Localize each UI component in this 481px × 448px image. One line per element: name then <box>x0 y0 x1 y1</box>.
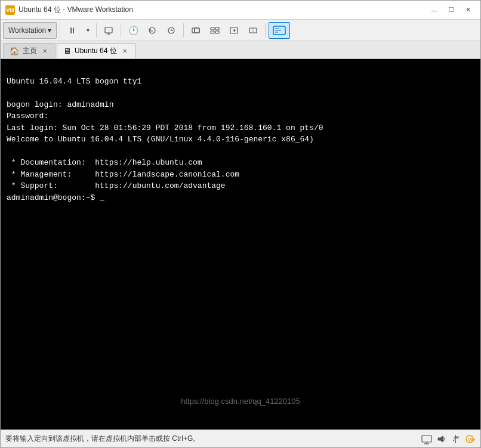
usb-status-icon <box>449 433 461 445</box>
view-auto-button[interactable] <box>225 22 243 39</box>
tab-home[interactable]: 🏠 主页 ✕ <box>3 43 56 58</box>
svg-rect-22 <box>422 435 431 442</box>
status-bar: 要将输入定向到该虚拟机，请在虚拟机内部单击或按 Ctrl+G。 <box>1 430 480 447</box>
terminal-line-11: adminadmin@bogon:~$ _ <box>7 193 104 202</box>
revert-button[interactable] <box>143 22 161 39</box>
send-ctrlaltdel-button[interactable] <box>100 22 118 39</box>
minimize-button[interactable]: — <box>427 4 442 16</box>
tab-ubuntu[interactable]: 🖥 Ubuntu 64 位 ✕ <box>57 43 135 58</box>
tab-home-close[interactable]: ✕ <box>41 47 49 55</box>
terminal-output: Ubuntu 16.04.4 LTS bogon tty1 bogon logi… <box>1 59 480 220</box>
snapshot-manager-button[interactable] <box>162 22 180 39</box>
tab-home-label: 主页 <box>23 46 37 56</box>
view-stretch-button[interactable] <box>244 22 262 39</box>
svg-rect-11 <box>215 27 219 30</box>
terminal-line-6: Welcome to Ubuntu 16.04.4 LTS (GNU/Linux… <box>7 135 314 144</box>
home-tab-icon: 🏠 <box>10 47 19 55</box>
vmtools-status-icon: VM <box>464 433 476 445</box>
toolbar-separator-5 <box>265 23 266 38</box>
svg-rect-12 <box>211 31 214 33</box>
terminal-line-3: bogon login: adminadmin <box>7 100 113 109</box>
close-button[interactable]: ✕ <box>460 4 476 16</box>
status-icon-tray: VM <box>421 433 476 445</box>
app-icon: VM <box>5 5 15 15</box>
network-status-icon <box>421 433 433 445</box>
svg-rect-13 <box>215 31 219 33</box>
workstation-menu-arrow: ▾ <box>48 26 51 35</box>
svg-text:VM: VM <box>468 437 475 443</box>
terminal-line-9: * Management: https://landscape.canonica… <box>7 170 239 179</box>
tab-ubuntu-label: Ubuntu 64 位 <box>75 46 117 56</box>
view-full-button[interactable] <box>187 22 205 39</box>
svg-marker-25 <box>438 436 443 442</box>
view-unity-button[interactable] <box>206 22 224 39</box>
pause-button[interactable]: ⏸ <box>63 22 81 39</box>
workstation-menu-label: Workstation <box>8 26 46 35</box>
main-window: VM Ubuntu 64 位 - VMware Workstation — ☐ … <box>0 0 481 448</box>
window-controls: — ☐ ✕ <box>427 4 476 16</box>
toolbar-separator-2 <box>96 23 97 38</box>
svg-rect-0 <box>105 27 112 33</box>
svg-rect-8 <box>195 28 199 33</box>
terminal-line-1: Ubuntu 16.04.4 LTS bogon tty1 <box>7 77 141 86</box>
toolbar-separator-3 <box>121 23 121 38</box>
sound-status-icon <box>435 433 447 445</box>
svg-rect-28 <box>457 437 458 438</box>
svg-rect-10 <box>211 27 214 30</box>
toolbar-separator-4 <box>183 23 184 38</box>
ubuntu-tab-icon: 🖥 <box>63 47 71 55</box>
window-title: Ubuntu 64 位 - VMware Workstation <box>18 5 427 15</box>
tab-ubuntu-close[interactable]: ✕ <box>121 47 129 55</box>
watermark-text: https://blog.csdn.net/qq_41220105 <box>1 397 480 406</box>
view-console-button[interactable] <box>269 22 290 39</box>
title-bar: VM Ubuntu 64 位 - VMware Workstation — ☐ … <box>1 1 480 20</box>
snapshot-button[interactable]: 🕐 <box>124 22 142 39</box>
terminal-line-5: Last login: Sun Oct 28 01:56:29 PDT 2018… <box>7 123 323 132</box>
toolbar-separator-1 <box>60 23 60 38</box>
vm-display[interactable]: Ubuntu 16.04.4 LTS bogon tty1 bogon logi… <box>1 59 480 430</box>
terminal-line-10: * Support: https://ubuntu.com/advantage <box>7 181 226 190</box>
tab-bar: 🏠 主页 ✕ 🖥 Ubuntu 64 位 ✕ <box>1 41 480 59</box>
menu-toolbar-bar: Workstation ▾ ⏸ ▾ 🕐 <box>1 20 480 41</box>
terminal-line-8: * Documentation: https://help.ubuntu.com <box>7 158 202 167</box>
status-message: 要将输入定向到该虚拟机，请在虚拟机内部单击或按 Ctrl+G。 <box>5 434 416 444</box>
terminal-line-4: Password: <box>7 112 48 121</box>
pause-dropdown[interactable]: ▾ <box>82 22 93 39</box>
maximize-button[interactable]: ☐ <box>443 4 459 16</box>
workstation-menu[interactable]: Workstation ▾ <box>3 22 57 39</box>
